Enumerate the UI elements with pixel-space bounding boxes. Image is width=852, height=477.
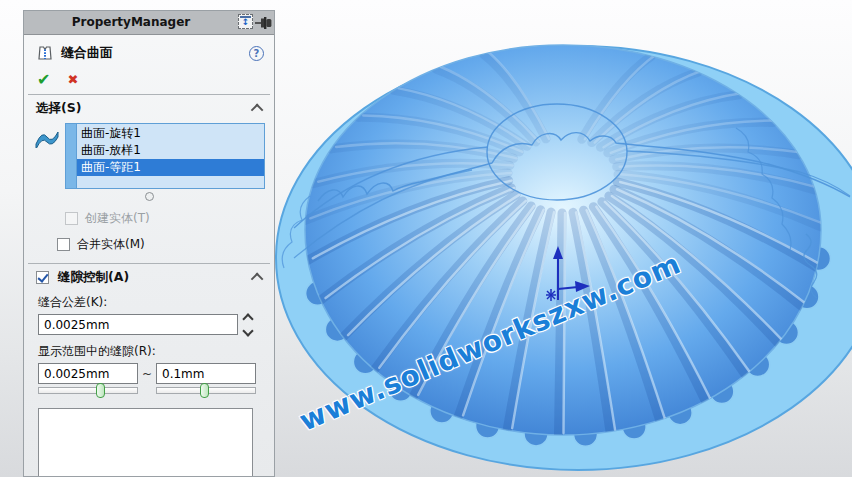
list-item[interactable]: 曲面-等距1 <box>77 159 264 176</box>
divider <box>28 94 270 95</box>
range-separator: ~ <box>138 367 156 381</box>
surface-icon <box>32 123 62 189</box>
merge-entities-label: 合并实体(M) <box>77 236 145 253</box>
knitting-tolerance-label: 缝合公差(K): <box>38 294 274 311</box>
create-solid-option: 创建实体(T) <box>65 210 274 227</box>
pane-arrows: ↕ <box>239 18 252 26</box>
gap-range-label: 显示范围中的缝隙(R): <box>38 343 274 360</box>
create-solid-checkbox[interactable] <box>65 212 78 225</box>
listbox-resize-handle[interactable] <box>145 192 154 201</box>
feature-title-row: 缝合曲面 ? <box>36 42 264 64</box>
knit-surface-icon <box>36 44 54 62</box>
help-icon[interactable]: ? <box>249 46 264 61</box>
tolerance-spinner[interactable] <box>244 315 252 335</box>
spinner-down-icon[interactable] <box>242 325 253 336</box>
knitting-tolerance-input[interactable] <box>38 314 238 335</box>
gap-slider-min-track[interactable] <box>38 387 138 394</box>
property-manager-panel: PropertyManager ↕ 缝合曲面 ? ✔ ✖ 选择(S) <box>23 10 275 477</box>
spinner-up-icon[interactable] <box>242 313 253 324</box>
gap-slider-min-thumb[interactable] <box>96 383 105 398</box>
feature-title: 缝合曲面 <box>61 44 242 62</box>
create-solid-label: 创建实体(T) <box>85 210 150 227</box>
property-manager-header: PropertyManager ↕ <box>24 11 274 35</box>
gap-control-title: 缝隙控制(A) <box>58 269 129 286</box>
chevron-up-icon[interactable] <box>251 273 264 286</box>
selection-row: 曲面-旋转1 曲面-放样1 曲面-等距1 <box>32 123 265 189</box>
cancel-button[interactable]: ✖ <box>67 73 78 87</box>
listbox-items: 曲面-旋转1 曲面-放样1 曲面-等距1 <box>77 124 264 188</box>
ok-button[interactable]: ✔ <box>37 72 50 88</box>
merge-entities-option: 合并实体(M) <box>57 236 274 253</box>
gap-slider-max-thumb[interactable] <box>200 383 209 398</box>
gap-slider-max-track[interactable] <box>156 387 256 394</box>
gap-range-min-input[interactable] <box>38 363 138 384</box>
gap-list-box[interactable] <box>38 408 253 477</box>
selection-section-header[interactable]: 选择(S) <box>36 100 263 117</box>
list-item[interactable]: 曲面-放样1 <box>77 142 264 159</box>
selection-section-title: 选择(S) <box>36 100 81 117</box>
gap-range-row: ~ <box>38 363 274 384</box>
gap-control-section-header[interactable]: 缝隙控制(A) <box>36 269 263 286</box>
gap-control-checkbox[interactable] <box>36 271 49 284</box>
gap-slider-row <box>38 387 274 399</box>
selection-listbox[interactable]: 曲面-旋转1 曲面-放样1 曲面-等距1 <box>65 123 265 189</box>
chevron-up-icon[interactable] <box>251 104 264 117</box>
confirm-row: ✔ ✖ <box>37 71 262 89</box>
property-manager-title: PropertyManager <box>24 11 238 34</box>
knitting-tolerance-row <box>38 314 274 335</box>
pin-icon[interactable] <box>254 15 272 30</box>
merge-entities-checkbox[interactable] <box>57 238 70 251</box>
listbox-accent-bar <box>66 124 77 188</box>
divider <box>28 263 270 264</box>
list-item[interactable]: 曲面-旋转1 <box>77 125 264 142</box>
display-pane-icon[interactable]: ↕ <box>238 14 253 29</box>
gap-range-max-input[interactable] <box>156 363 256 384</box>
